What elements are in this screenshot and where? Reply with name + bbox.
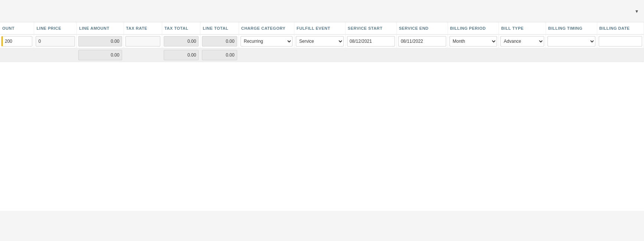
col-header-charge-category: CHARGE CATEGORY bbox=[239, 22, 294, 35]
col-header-line-total: LINE TOTAL bbox=[200, 22, 239, 35]
col-header-billing-date: BILLING DATE bbox=[597, 22, 644, 35]
cell-billing-period: Month Year Quarter bbox=[448, 35, 499, 48]
col-header-tax-rate: TAX RATE bbox=[124, 22, 162, 35]
cell-amount bbox=[0, 35, 34, 48]
cell-tax-rate bbox=[124, 35, 162, 48]
summary-line-total bbox=[200, 48, 239, 62]
summary-empty-8 bbox=[448, 48, 499, 62]
amount-input[interactable] bbox=[1, 36, 32, 46]
summary-empty-1 bbox=[0, 48, 34, 62]
charge-category-select[interactable]: Recurring One-Time bbox=[241, 36, 292, 46]
col-header-fulfill-event: FULFILL EVENT bbox=[294, 22, 346, 35]
line-total-input bbox=[202, 36, 237, 46]
col-header-line-price: LINE PRICE bbox=[34, 22, 77, 35]
table-header-row: OUNT LINE PRICE LINE AMOUNT TAX RATE TAX… bbox=[0, 22, 644, 35]
col-header-bill-type: BILL TYPE bbox=[499, 22, 546, 35]
col-header-billing-timing: BILLING TIMING bbox=[546, 22, 597, 35]
cell-line-total bbox=[200, 35, 239, 48]
col-header-tax-total: TAX TOTAL bbox=[162, 22, 200, 35]
billing-period-select[interactable]: Month Year Quarter bbox=[450, 36, 497, 46]
cell-service-start bbox=[345, 35, 396, 48]
cell-charge-category: Recurring One-Time bbox=[239, 35, 294, 48]
line-items-table: OUNT LINE PRICE LINE AMOUNT TAX RATE TAX… bbox=[0, 22, 644, 62]
summary-empty-9 bbox=[499, 48, 546, 62]
cell-line-amount bbox=[77, 35, 124, 48]
summary-empty-10 bbox=[546, 48, 597, 62]
cell-tax-total bbox=[162, 35, 200, 48]
tax-rate-input[interactable] bbox=[125, 36, 160, 46]
summary-tax-total-input bbox=[164, 50, 199, 60]
summary-tax-total bbox=[162, 48, 200, 62]
summary-empty-5 bbox=[294, 48, 346, 62]
summary-line-total-input bbox=[202, 50, 237, 60]
col-header-line-amount: LINE AMOUNT bbox=[77, 22, 124, 35]
cell-bill-type: Advance Arrears bbox=[499, 35, 546, 48]
cell-service-end bbox=[396, 35, 448, 48]
col-header-billing-period: BILLING PERIOD bbox=[448, 22, 499, 35]
col-header-amount: OUNT bbox=[0, 22, 34, 35]
table-wrapper: OUNT LINE PRICE LINE AMOUNT TAX RATE TAX… bbox=[0, 22, 644, 62]
tax-total-input bbox=[164, 36, 199, 46]
summary-empty-3 bbox=[124, 48, 162, 62]
service-end-input[interactable] bbox=[398, 36, 446, 46]
cell-billing-timing: Start End bbox=[546, 35, 597, 48]
summary-empty-7 bbox=[396, 48, 448, 62]
line-amount-input bbox=[78, 36, 122, 46]
chevron-down-icon[interactable]: ▾ bbox=[635, 8, 638, 14]
col-header-service-end: SERVICE END bbox=[396, 22, 448, 35]
service-start-input[interactable] bbox=[347, 36, 395, 46]
cell-fulfill-event: Service Order bbox=[294, 35, 346, 48]
col-header-service-start: SERVICE START bbox=[345, 22, 396, 35]
summary-empty-2 bbox=[34, 48, 77, 62]
summary-line-amount-input bbox=[78, 50, 122, 60]
cell-billing-date bbox=[597, 35, 644, 48]
cell-line-price bbox=[34, 35, 77, 48]
billing-timing-select[interactable]: Start End bbox=[547, 36, 595, 46]
summary-row bbox=[0, 48, 644, 62]
summary-empty-4 bbox=[239, 48, 294, 62]
summary-line-amount bbox=[77, 48, 124, 62]
empty-area bbox=[0, 62, 644, 211]
top-bar: ▾ bbox=[0, 0, 644, 22]
summary-empty-11 bbox=[597, 48, 644, 62]
bill-type-select[interactable]: Advance Arrears bbox=[500, 36, 544, 46]
line-price-input[interactable] bbox=[36, 36, 75, 46]
summary-empty-6 bbox=[345, 48, 396, 62]
table-row: Recurring One-Time Service Order bbox=[0, 35, 644, 48]
billing-date-input[interactable] bbox=[599, 36, 642, 46]
fulfill-event-select[interactable]: Service Order bbox=[296, 36, 344, 46]
